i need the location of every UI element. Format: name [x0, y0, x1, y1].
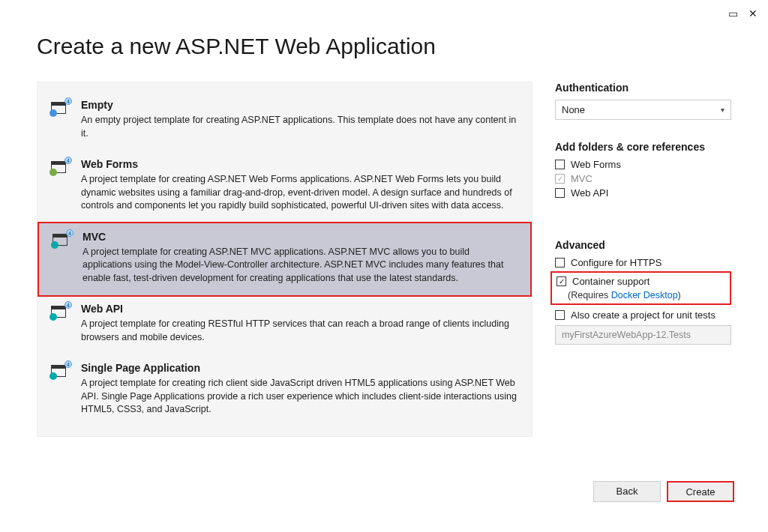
- template-title: Web API: [81, 303, 518, 315]
- container-checkbox-row[interactable]: Container support: [556, 276, 725, 287]
- docker-desktop-link[interactable]: Docker Desktop: [611, 290, 678, 300]
- auth-value: None: [562, 104, 585, 115]
- folder-checkbox-web-forms[interactable]: Web Forms: [555, 159, 731, 170]
- template-item-empty[interactable]: 4 Empty An empty project template for cr…: [38, 91, 532, 151]
- template-icon: 4: [51, 160, 70, 176]
- unittests-label: Also create a project for unit tests: [571, 309, 716, 321]
- template-item-single-page-application[interactable]: 4 Single Page Application A project temp…: [38, 354, 532, 427]
- auth-heading: Authentication: [555, 82, 731, 94]
- container-requires: (Requires Docker Desktop): [568, 290, 725, 300]
- unittests-checkbox[interactable]: [555, 310, 565, 320]
- template-title: Empty: [81, 99, 518, 111]
- template-desc: A project template for creating RESTful …: [81, 318, 518, 344]
- auth-select[interactable]: None ▾: [555, 100, 731, 120]
- template-title: Single Page Application: [81, 362, 518, 374]
- back-button[interactable]: Back: [593, 481, 661, 502]
- container-label: Container support: [572, 276, 650, 287]
- container-highlight: Container support (Requires Docker Deskt…: [550, 271, 731, 305]
- template-list: 4 Empty An empty project template for cr…: [37, 82, 532, 437]
- https-checkbox-row[interactable]: Configure for HTTPS: [555, 257, 731, 268]
- advanced-heading: Advanced: [555, 239, 731, 251]
- template-title: Web Forms: [81, 158, 518, 170]
- template-icon: 4: [51, 304, 70, 321]
- template-desc: A project template for creating rich cli…: [81, 377, 518, 417]
- https-checkbox[interactable]: [555, 258, 565, 267]
- create-button[interactable]: Create: [667, 481, 734, 502]
- template-title: MVC: [82, 231, 517, 243]
- test-project-name-input: myFirstAzureWebApp-12.Tests: [555, 325, 731, 345]
- template-icon: 4: [51, 100, 70, 117]
- checkbox-label: Web Forms: [571, 159, 621, 170]
- container-checkbox[interactable]: [556, 276, 566, 286]
- folder-checkbox-mvc: MVC: [555, 173, 731, 184]
- page-title: Create a new ASP.NET Web Application: [37, 34, 768, 59]
- template-item-web-api[interactable]: 4 Web API A project template for creatin…: [38, 295, 532, 354]
- chevron-down-icon: ▾: [721, 106, 724, 114]
- template-icon: 4: [51, 363, 70, 380]
- close-icon[interactable]: ✕: [748, 7, 758, 19]
- checkbox[interactable]: [555, 160, 565, 169]
- template-item-mvc[interactable]: 4 MVC A project template for creating AS…: [38, 222, 532, 297]
- checkbox: [555, 174, 565, 184]
- checkbox-label: Web API: [571, 187, 608, 199]
- folder-checkbox-web-api[interactable]: Web API: [555, 187, 731, 199]
- maximize-icon[interactable]: ▭: [728, 7, 738, 19]
- template-desc: An empty project template for creating A…: [81, 114, 518, 140]
- template-desc: A project template for creating ASP.NET …: [81, 173, 518, 213]
- https-label: Configure for HTTPS: [571, 257, 662, 268]
- checkbox-label: MVC: [571, 173, 592, 184]
- template-item-web-forms[interactable]: 4 Web Forms A project template for creat…: [38, 151, 532, 223]
- checkbox[interactable]: [555, 188, 565, 198]
- template-icon: 4: [52, 232, 72, 249]
- unittests-checkbox-row[interactable]: Also create a project for unit tests: [555, 309, 731, 321]
- template-desc: A project template for creating ASP.NET …: [82, 246, 517, 285]
- folders-heading: Add folders & core references: [555, 141, 731, 153]
